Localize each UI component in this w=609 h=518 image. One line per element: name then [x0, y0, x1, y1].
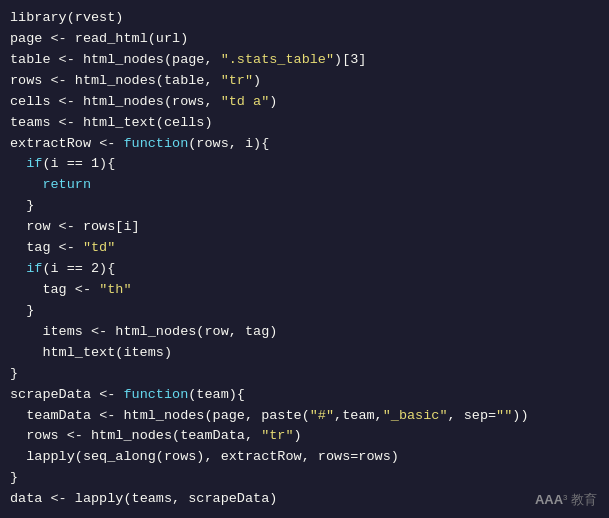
code-line-16: items <- html_nodes(row, tag) — [10, 322, 599, 343]
code-line-17: html_text(items) — [10, 343, 599, 364]
code-line-20: teamData <- html_nodes(page, paste("#",t… — [10, 406, 599, 427]
code-line-6: teams <- html_text(cells) — [10, 113, 599, 134]
code-line-3: table <- html_nodes(page, ".stats_table"… — [10, 50, 599, 71]
code-line-10: } — [10, 196, 599, 217]
watermark: AAA³ 教育 — [535, 490, 597, 510]
code-lines: library(rvest) page <- read_html(url) ta… — [10, 8, 599, 510]
watermark-text: AAA — [535, 492, 563, 507]
code-line-12: tag <- "td" — [10, 238, 599, 259]
code-line-22: lapply(seq_along(rows), extractRow, rows… — [10, 447, 599, 468]
code-line-21: rows <- html_nodes(teamData, "tr") — [10, 426, 599, 447]
code-line-2: page <- read_html(url) — [10, 29, 599, 50]
code-line-19: scrapeData <- function(team){ — [10, 385, 599, 406]
code-line-14: tag <- "th" — [10, 280, 599, 301]
code-line-15: } — [10, 301, 599, 322]
code-line-18: } — [10, 364, 599, 385]
code-line-9: return — [10, 175, 599, 196]
code-line-8: if(i == 1){ — [10, 154, 599, 175]
code-line-4: rows <- html_nodes(table, "tr") — [10, 71, 599, 92]
code-line-23: } — [10, 468, 599, 489]
code-line-13: if(i == 2){ — [10, 259, 599, 280]
code-line-5: cells <- html_nodes(rows, "td a") — [10, 92, 599, 113]
code-line-1: library(rvest) — [10, 8, 599, 29]
code-line-11: row <- rows[i] — [10, 217, 599, 238]
code-line-24: data <- lapply(teams, scrapeData) — [10, 489, 599, 510]
code-editor: library(rvest) page <- read_html(url) ta… — [0, 0, 609, 518]
code-line-7: extractRow <- function(rows, i){ — [10, 134, 599, 155]
